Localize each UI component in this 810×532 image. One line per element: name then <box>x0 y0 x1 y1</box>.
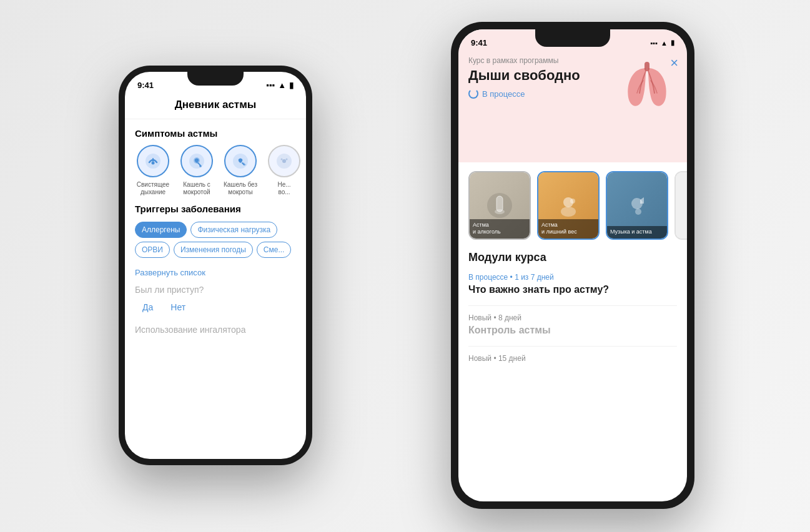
module-2-name: Контроль астмы <box>468 325 677 336</box>
lesson-card-1[interactable]: Астмаи алкоголь <box>468 171 531 240</box>
tag-allergens[interactable]: Аллергены <box>135 222 187 238</box>
symptom-item[interactable]: Не...во... <box>266 145 302 196</box>
symptom-item[interactable]: Кашель безмокроты <box>222 145 259 196</box>
attack-yes-button[interactable]: Да <box>137 300 158 315</box>
front-phone-content: 9:41 ▪▪▪ ▲ ▮ × Курс в рамках программы Д… <box>458 29 687 501</box>
lesson-card-4-bg <box>676 172 687 239</box>
svg-point-18 <box>635 209 641 215</box>
progress-spinner-icon <box>468 89 478 99</box>
lungs-icon <box>616 59 678 115</box>
svg-point-13 <box>495 209 505 214</box>
module-1-name: Что важно знать про астму? <box>468 284 677 295</box>
signal-icon: ▪▪▪ <box>266 81 275 90</box>
lesson-card-3-label: Музыка и астма <box>607 226 667 239</box>
progress-label: В процессе <box>482 89 525 99</box>
front-signal-icon: ▪▪▪ <box>650 39 658 47</box>
symptom-label-2: Кашель смокротой <box>183 181 210 196</box>
back-header: Дневник астмы <box>125 92 306 119</box>
symptom-label-4: Не...во... <box>277 181 290 196</box>
lesson-card-3[interactable]: Музыка и астма <box>606 171 668 240</box>
symptom-item[interactable]: Свистящеедыхание <box>135 145 171 196</box>
module-item-1[interactable]: В процессе • 1 из 7 дней Что важно знать… <box>468 273 677 295</box>
attack-section: Был ли приступ? Да Нет <box>125 277 306 320</box>
tags-row: Аллергены Физическая нагрузка ОРВИ Измен… <box>135 222 296 258</box>
symptom-icon-other <box>268 145 300 177</box>
modules-section: Модули курса В процессе • 1 из 7 дней Чт… <box>458 249 687 501</box>
tag-exercise[interactable]: Физическая нагрузка <box>190 222 277 238</box>
back-phone-screen: 9:41 ▪▪▪ ▲ ▮ Дневник астмы Симптомы астм… <box>125 72 306 459</box>
back-phone: 9:41 ▪▪▪ ▲ ▮ Дневник астмы Симптомы астм… <box>119 66 312 465</box>
tag-orvi[interactable]: ОРВИ <box>135 242 170 258</box>
front-phone-notch <box>535 29 610 47</box>
tag-other[interactable]: Сме... <box>257 242 292 258</box>
symptom-item[interactable]: Кашель смокротой <box>179 145 215 196</box>
svg-point-1 <box>152 162 155 165</box>
symptoms-title: Симптомы астмы <box>125 119 306 145</box>
module-divider-1 <box>468 305 677 306</box>
triggers-title: Триггеры заболевания <box>135 204 296 218</box>
front-phone-screen: 9:41 ▪▪▪ ▲ ▮ × Курс в рамках программы Д… <box>458 29 687 501</box>
expand-link[interactable]: Развернуть список <box>125 268 306 277</box>
svg-point-8 <box>281 159 283 160</box>
lesson-card-1-label: Астмаи алкоголь <box>470 219 530 239</box>
front-battery-icon: ▮ <box>671 39 674 47</box>
svg-point-16 <box>570 199 575 204</box>
lessons-row: Астмаи алкоголь Астмаи лишний вес <box>458 162 687 249</box>
symptom-label-1: Свистящеедыхание <box>137 181 169 196</box>
module-3-status: Новый • 15 дней <box>468 354 677 363</box>
front-time: 9:41 <box>471 38 487 47</box>
back-phone-content: 9:41 ▪▪▪ ▲ ▮ Дневник астмы Симптомы астм… <box>125 72 306 459</box>
front-status-icons: ▪▪▪ ▲ ▮ <box>650 39 674 47</box>
module-3-name <box>468 365 677 377</box>
lesson-card-4[interactable] <box>674 171 687 240</box>
wifi-icon: ▲ <box>278 81 286 90</box>
tag-weather[interactable]: Изменения погоды <box>174 242 253 258</box>
svg-point-4 <box>199 165 202 167</box>
back-status-icons: ▪▪▪ ▲ ▮ <box>266 81 294 90</box>
attack-no-button[interactable]: Нет <box>165 300 190 315</box>
battery-icon: ▮ <box>289 81 294 90</box>
module-item-2[interactable]: Новый • 8 дней Контроль астмы <box>468 313 677 336</box>
symptom-label-3: Кашель безмокроты <box>224 181 257 196</box>
back-phone-notch <box>187 72 244 86</box>
symptom-icon-cough1 <box>180 145 213 177</box>
course-header: × Курс в рамках программы Дыши свободно … <box>458 50 687 162</box>
module-item-3[interactable]: Новый • 15 дней <box>468 354 677 377</box>
module-1-status: В процессе • 1 из 7 дней <box>468 273 677 282</box>
attack-buttons: Да Нет <box>135 300 296 315</box>
symptom-icon-cough2 <box>224 145 257 177</box>
symptoms-grid: Свистящеедыхание Кашель смокротой <box>125 145 306 204</box>
svg-point-15 <box>561 207 576 217</box>
module-divider-2 <box>468 346 677 347</box>
front-phone: 9:41 ▪▪▪ ▲ ▮ × Курс в рамках программы Д… <box>451 22 694 509</box>
svg-point-7 <box>282 159 286 163</box>
lesson-card-2-label: Астмаи лишний вес <box>538 219 598 239</box>
back-time: 9:41 <box>137 81 154 90</box>
front-wifi-icon: ▲ <box>661 39 668 47</box>
modules-title: Модули курса <box>468 251 677 264</box>
inhaler-label: Использование ингалятора <box>125 320 306 340</box>
lesson-card-2[interactable]: Астмаи лишний вес <box>537 171 600 240</box>
svg-rect-10 <box>645 62 649 71</box>
svg-point-9 <box>286 159 288 160</box>
attack-question: Был ли приступ? <box>135 285 296 295</box>
symptom-icon-whistle <box>137 145 169 177</box>
module-2-status: Новый • 8 дней <box>468 313 677 322</box>
triggers-section: Триггеры заболевания Аллергены Физическа… <box>125 204 306 263</box>
